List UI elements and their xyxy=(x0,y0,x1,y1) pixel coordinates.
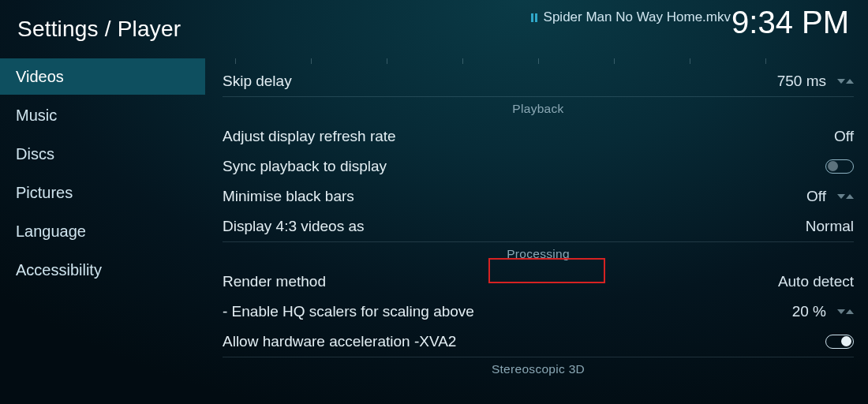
setting-value: Auto detect xyxy=(778,273,854,290)
settings-panel: Skip delay 750 ms Playback Adjust displa… xyxy=(205,58,868,404)
main: Videos Music Discs Pictures Language Acc… xyxy=(0,58,868,404)
setting-hq-scalers[interactable]: - Enable HQ scalers for scaling above 20… xyxy=(205,297,854,327)
sidebar-item-accessibility[interactable]: Accessibility xyxy=(0,252,205,288)
chevron-down-icon xyxy=(837,308,845,316)
setting-label: Render method xyxy=(223,273,326,290)
sidebar-item-language[interactable]: Language xyxy=(0,213,205,249)
setting-label: - Enable HQ scalers for scaling above xyxy=(223,303,474,320)
now-playing[interactable]: Spider Man No Way Home.mkv xyxy=(531,9,731,25)
sidebar: Videos Music Discs Pictures Language Acc… xyxy=(0,58,205,404)
setting-label: Adjust display refresh rate xyxy=(223,128,396,145)
chevron-up-icon xyxy=(846,193,854,200)
sidebar-item-videos[interactable]: Videos xyxy=(0,58,205,95)
setting-value: 20 % xyxy=(792,303,826,320)
toggle-switch[interactable] xyxy=(825,159,854,174)
sidebar-item-music[interactable]: Music xyxy=(0,97,205,133)
page-title: Settings / Player xyxy=(17,17,181,42)
setting-label: Sync playback to display xyxy=(223,158,387,175)
setting-skip-delay[interactable]: Skip delay 750 ms xyxy=(205,66,854,96)
header: Settings / Player Spider Man No Way Home… xyxy=(0,0,868,58)
section-playback: Playback xyxy=(223,97,854,122)
setting-label: Skip delay xyxy=(223,73,292,90)
setting-adjust-refresh[interactable]: Adjust display refresh rate Off xyxy=(205,122,854,152)
setting-minimise-black-bars[interactable]: Minimise black bars Off xyxy=(205,181,854,211)
spinner-control[interactable] xyxy=(837,308,854,316)
setting-value: Off xyxy=(834,128,854,145)
spinner-control[interactable] xyxy=(837,77,854,85)
setting-sync-playback[interactable]: Sync playback to display xyxy=(205,152,854,181)
setting-value: Normal xyxy=(806,218,854,235)
pause-icon xyxy=(531,13,537,22)
chevron-down-icon xyxy=(837,77,845,85)
setting-display-4-3[interactable]: Display 4:3 videos as Normal xyxy=(205,211,854,241)
section-stereoscopic: Stereoscopic 3D xyxy=(223,357,854,382)
setting-label: Allow hardware acceleration -XVA2 xyxy=(223,333,456,350)
chevron-down-icon xyxy=(837,193,845,200)
chevron-up-icon xyxy=(846,308,854,316)
sidebar-item-discs[interactable]: Discs xyxy=(0,136,205,172)
setting-label: Minimise black bars xyxy=(223,188,354,205)
setting-hw-accel[interactable]: Allow hardware acceleration -XVA2 xyxy=(205,327,854,357)
clock: 9:34 PM xyxy=(731,5,849,40)
chevron-up-icon xyxy=(846,77,854,85)
section-processing: Processing xyxy=(223,242,854,267)
setting-value: Off xyxy=(806,188,826,205)
setting-value: 750 ms xyxy=(777,73,826,90)
sidebar-item-pictures[interactable]: Pictures xyxy=(0,174,205,211)
spinner-control[interactable] xyxy=(837,193,854,200)
setting-label: Display 4:3 videos as xyxy=(223,218,365,235)
toggle-switch[interactable] xyxy=(825,335,854,349)
slider-ticks xyxy=(223,58,854,66)
setting-render-method[interactable]: Render method Auto detect xyxy=(205,267,854,297)
now-playing-label: Spider Man No Way Home.mkv xyxy=(544,9,731,25)
